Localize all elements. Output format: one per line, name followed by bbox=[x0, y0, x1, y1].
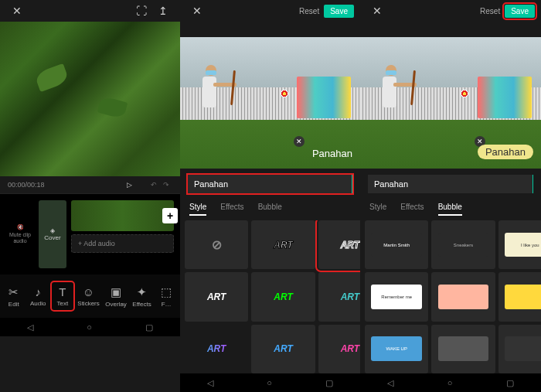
video-preview[interactable]: ✕ Panahan bbox=[360, 37, 541, 169]
nav-back[interactable]: ◁ bbox=[387, 378, 393, 388]
video-preview[interactable] bbox=[0, 22, 180, 176]
tool-overlay[interactable]: ▣Overlay bbox=[104, 282, 128, 311]
bubble-option[interactable] bbox=[431, 325, 495, 373]
style-option[interactable]: ⊘ bbox=[185, 220, 248, 269]
style-option[interactable]: ART bbox=[251, 220, 315, 269]
save-button[interactable]: Save bbox=[324, 5, 354, 18]
undo-icon[interactable]: ↶ bbox=[151, 181, 157, 189]
bubble-option[interactable]: I like you bbox=[498, 220, 541, 269]
tool-effects[interactable]: ✦Effects bbox=[131, 282, 152, 311]
video-clip[interactable]: + bbox=[71, 200, 174, 231]
cover-icon: ◈ bbox=[50, 227, 55, 234]
style-option[interactable]: ART bbox=[251, 325, 315, 373]
bottom-toolbar: ✂Edit♪AudioTText☺Stickers▣Overlay✦Effect… bbox=[0, 274, 180, 318]
timeline[interactable]: 🔇 Mute clip audio ◈ Cover + + Add audio bbox=[0, 193, 180, 274]
reset-button[interactable]: Reset bbox=[480, 7, 500, 15]
effects-icon: ✦ bbox=[137, 285, 147, 299]
tab-bubble[interactable]: Bubble bbox=[258, 199, 282, 216]
close-icon[interactable]: ✕ bbox=[191, 5, 203, 17]
tool-label: Overlay bbox=[105, 301, 127, 308]
clips-area: + + Add audio bbox=[71, 200, 174, 268]
mute-clip-button[interactable]: 🔇 Mute clip audio bbox=[6, 200, 34, 268]
fullscreen-icon[interactable]: ⛶ bbox=[135, 5, 148, 17]
add-audio-row[interactable]: + Add audio bbox=[71, 234, 174, 253]
video-preview[interactable]: ✕ Panahan bbox=[180, 37, 360, 169]
topbar: ✕ ⛶ ↥ bbox=[0, 0, 180, 22]
nav-home[interactable]: ○ bbox=[447, 378, 453, 387]
nav-back[interactable]: ◁ bbox=[27, 322, 33, 332]
text-input-row bbox=[180, 169, 360, 199]
tool-label: Edit bbox=[9, 301, 19, 308]
bubble-option[interactable] bbox=[498, 325, 541, 373]
bubble-option[interactable]: Remember me bbox=[365, 272, 428, 321]
bubble-option[interactable]: Martin Smith bbox=[365, 220, 428, 269]
style-option[interactable]: ART bbox=[318, 325, 360, 373]
add-clip-button[interactable]: + bbox=[162, 208, 178, 223]
nav-recent[interactable]: ▢ bbox=[325, 378, 333, 388]
overlay-icon: ▣ bbox=[111, 285, 121, 299]
cover-label: Cover bbox=[44, 234, 60, 241]
bubble-option[interactable]: Sneakers bbox=[431, 220, 495, 269]
bubble-option[interactable]: WAKE UP bbox=[365, 325, 428, 373]
style-option[interactable]: ART bbox=[185, 325, 248, 373]
text-overlay[interactable]: Panahan bbox=[312, 148, 352, 159]
stickers-icon: ☺ bbox=[83, 285, 94, 298]
editor-panel: ✕ ⛶ ↥ 00:00/00:18 ▷ ↶ ↷ 🔇 Mute clip audi… bbox=[0, 0, 180, 392]
f…-icon: ⬚ bbox=[161, 285, 172, 299]
nav-back[interactable]: ◁ bbox=[207, 378, 213, 388]
text-input[interactable] bbox=[188, 175, 352, 193]
tool-label: Audio bbox=[30, 300, 46, 307]
audio-icon: ♪ bbox=[36, 285, 42, 298]
preview-frame bbox=[0, 22, 180, 176]
tool-label: F… bbox=[162, 301, 172, 308]
nav-home[interactable]: ○ bbox=[267, 378, 272, 387]
text-input-row bbox=[360, 169, 541, 199]
tool-label: Text bbox=[56, 300, 68, 307]
tool-text[interactable]: TText bbox=[52, 282, 73, 310]
style-option[interactable]: ART bbox=[318, 220, 360, 269]
android-navbar: ◁ ○ ▢ bbox=[360, 373, 541, 392]
nav-recent[interactable]: ▢ bbox=[145, 322, 153, 332]
tab-style[interactable]: Style bbox=[369, 199, 386, 216]
bubble-option[interactable] bbox=[498, 272, 541, 321]
bubble-grid: Martin SmithSneakersI like youYour Words… bbox=[360, 220, 541, 373]
close-icon[interactable]: ✕ bbox=[11, 5, 23, 17]
style-option[interactable]: ART bbox=[185, 272, 248, 321]
tool-audio[interactable]: ♪Audio bbox=[27, 282, 49, 310]
style-option[interactable]: ART bbox=[251, 272, 315, 321]
time-total: 00:18 bbox=[27, 181, 45, 189]
reset-button[interactable]: Reset bbox=[299, 7, 319, 15]
text-input[interactable] bbox=[368, 175, 533, 193]
tab-style[interactable]: Style bbox=[189, 199, 206, 216]
redo-icon[interactable]: ↷ bbox=[163, 181, 169, 189]
nav-home[interactable]: ○ bbox=[87, 322, 92, 332]
tool-stickers[interactable]: ☺Stickers bbox=[76, 282, 100, 310]
style-option[interactable]: ART bbox=[318, 272, 360, 321]
tool-label: Effects bbox=[132, 301, 151, 308]
mute-label: Mute clip audio bbox=[6, 232, 34, 244]
close-icon[interactable]: ✕ bbox=[371, 5, 383, 17]
android-navbar: ◁ ○ ▢ bbox=[180, 373, 360, 392]
tab-effects[interactable]: Effects bbox=[220, 199, 243, 216]
export-icon[interactable]: ↥ bbox=[157, 5, 169, 17]
nav-recent[interactable]: ▢ bbox=[506, 378, 514, 388]
time-current: 00:00 bbox=[8, 181, 26, 189]
cover-button[interactable]: ◈ Cover bbox=[39, 200, 66, 268]
speaker-icon: 🔇 bbox=[17, 224, 24, 230]
text-overlay[interactable]: Panahan bbox=[478, 145, 533, 159]
text-delete-handle[interactable]: ✕ bbox=[294, 136, 305, 147]
save-button[interactable]: Save bbox=[505, 5, 535, 18]
tab-effects[interactable]: Effects bbox=[400, 199, 424, 216]
topbar: ✕ Reset Save bbox=[360, 0, 541, 22]
tool-f…[interactable]: ⬚F… bbox=[155, 282, 177, 311]
time-row: 00:00/00:18 ▷ ↶ ↷ bbox=[0, 176, 180, 193]
android-navbar: ◁ ○ ▢ bbox=[0, 318, 180, 336]
topbar: ✕ Reset Save bbox=[180, 0, 360, 22]
text-style-panel: ✕ Reset Save ✕ Panahan StyleEffectsBubbl… bbox=[180, 0, 360, 392]
style-tabs: StyleEffectsBubble bbox=[360, 199, 541, 216]
edit-icon: ✂ bbox=[9, 285, 19, 299]
bubble-option[interactable] bbox=[431, 272, 495, 321]
tool-edit[interactable]: ✂Edit bbox=[3, 282, 25, 311]
tab-bubble[interactable]: Bubble bbox=[438, 199, 462, 216]
play-icon[interactable]: ▷ bbox=[127, 181, 132, 189]
